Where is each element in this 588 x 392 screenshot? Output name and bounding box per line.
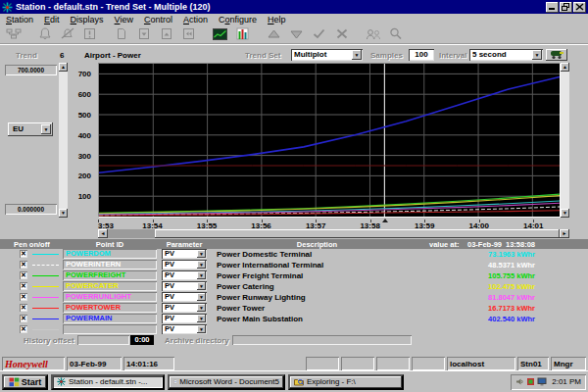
chevron-down-icon[interactable]: ▼	[197, 261, 206, 269]
legend-row: ✕POWERRUNLIGHTPV▼Power Runway Lighting81…	[0, 292, 588, 303]
point-id-field[interactable]: POWERINTERN	[63, 260, 157, 270]
chevron-down-icon[interactable]: ▼	[197, 304, 206, 312]
interval-select[interactable]: 5 second ▼	[469, 49, 543, 61]
raise-button[interactable]	[264, 25, 284, 42]
taskbar-task-station[interactable]: Station - default.stn -...	[51, 374, 165, 390]
menu-action[interactable]: Action	[183, 15, 208, 24]
window-title: Station - default.stn - Trend Set - Mult…	[16, 2, 545, 12]
pen-checkbox[interactable]: ✕	[20, 315, 27, 322]
page-recall-button[interactable]	[178, 25, 199, 42]
taskbar-task-explorer[interactable]: Exploring - F:\	[288, 374, 404, 390]
y-axis-label: 100	[78, 192, 91, 201]
display-tray-icon[interactable]	[537, 377, 547, 386]
scroll-down-icon[interactable]: ▼	[59, 209, 68, 218]
start-button[interactable]: Start	[2, 374, 48, 390]
cancel-button[interactable]	[331, 25, 352, 42]
horizontal-scrollbar[interactable]: ◄ ►	[98, 229, 569, 238]
pen-checkbox[interactable]: ✕	[20, 282, 27, 290]
parameter-select[interactable]: PV▼	[162, 314, 207, 323]
trend-plot[interactable]	[98, 63, 561, 218]
page-down-icon	[138, 27, 150, 40]
point-id-field[interactable]: POWERMAIN	[63, 314, 157, 323]
restore-button[interactable]	[560, 2, 572, 13]
scrollbar-thumb[interactable]	[155, 229, 560, 238]
menu-station[interactable]: Station	[6, 15, 33, 24]
page-down-button[interactable]	[133, 25, 154, 42]
archive-directory-field[interactable]	[232, 335, 412, 345]
trend-display-button[interactable]	[210, 25, 230, 42]
chevron-down-icon[interactable]: ▼	[197, 325, 206, 333]
pen-checkbox[interactable]: ✕	[20, 261, 27, 269]
menu-help[interactable]: Help	[268, 15, 286, 24]
chevron-down-icon[interactable]: ▼	[532, 50, 542, 60]
scroll-up-icon[interactable]: ▲	[59, 63, 68, 72]
chevron-down-icon[interactable]: ▼	[197, 282, 206, 290]
axis-max-field[interactable]: 700.0000	[5, 65, 57, 75]
menu-edit[interactable]: Edit	[44, 15, 60, 24]
trend-set-value: Multiplot	[294, 49, 326, 61]
samples-input[interactable]: 100	[409, 49, 434, 61]
trend-label: Trend	[16, 51, 37, 60]
close-button[interactable]	[573, 2, 586, 13]
chevron-down-icon[interactable]: ▼	[352, 50, 362, 60]
taskbar-task-word[interactable]: W Microsoft Word - Document5	[168, 374, 285, 390]
point-id-field[interactable]: POWERTOWER	[63, 303, 157, 313]
cursor-marker-icon[interactable]	[382, 219, 388, 222]
chevron-down-icon[interactable]: ▼	[41, 124, 51, 134]
operators-button[interactable]	[363, 25, 383, 42]
scroll-up-icon[interactable]: ▲	[561, 63, 569, 72]
parameter-select[interactable]: PV▼	[162, 303, 207, 313]
scroll-right-icon[interactable]: ►	[560, 229, 569, 238]
zoom-button[interactable]	[385, 25, 406, 42]
chevron-down-icon[interactable]: ▼	[197, 315, 206, 322]
parameter-select[interactable]: PV▼	[162, 270, 207, 280]
parameter-select[interactable]: PV▼	[162, 249, 207, 259]
speaker-icon[interactable]	[515, 377, 524, 386]
print-trend-button[interactable]	[546, 49, 567, 61]
chevron-down-icon[interactable]: ▼	[197, 293, 206, 301]
parameter-select[interactable]: PV▼	[162, 281, 207, 291]
point-id-field[interactable]: POWERDOM	[63, 249, 157, 259]
system-status-button[interactable]	[3, 25, 24, 42]
point-id-field[interactable]: POWERRUNLIGHT	[63, 292, 157, 302]
pen-checkbox[interactable]: ✕	[20, 325, 27, 333]
point-id-field[interactable]: POWERFREIGHT	[63, 270, 157, 280]
chevron-down-icon[interactable]: ▼	[197, 271, 206, 279]
point-id-field[interactable]: POWERCATER	[63, 281, 157, 291]
unit-select[interactable]: EU ▼	[8, 122, 53, 136]
history-offset-field[interactable]	[77, 335, 129, 345]
chevron-down-icon[interactable]: ▼	[197, 250, 206, 258]
menu-configure[interactable]: Configure	[219, 15, 257, 24]
parameter-select[interactable]: PV▼	[162, 292, 207, 302]
point-id-field[interactable]	[63, 324, 157, 334]
alarm-disable-button[interactable]	[57, 25, 77, 42]
parameter-select[interactable]: PV▼	[162, 324, 207, 334]
pen-checkbox[interactable]: ✕	[20, 250, 27, 258]
accept-button[interactable]	[309, 25, 329, 42]
menu-view[interactable]: View	[115, 15, 133, 24]
desktop: Station - default.stn - Trend Set - Mult…	[0, 0, 588, 392]
restore-icon	[562, 3, 570, 11]
lower-button[interactable]	[286, 25, 307, 42]
menu-displays[interactable]: Displays	[71, 15, 104, 24]
page-display-button[interactable]	[111, 25, 131, 42]
right-vertical-scrollbar[interactable]: ▲ ▼	[561, 63, 569, 218]
alarm-summary-button[interactable]	[34, 25, 55, 42]
axis-min-field[interactable]: 0.000000	[5, 204, 57, 215]
minimize-button[interactable]	[546, 2, 559, 13]
station-tray-icon[interactable]	[526, 377, 535, 386]
menu-control[interactable]: Control	[144, 15, 172, 24]
page-up-button[interactable]	[156, 25, 176, 42]
left-vertical-scrollbar[interactable]: ▲ ▼	[59, 63, 68, 218]
pen-checkbox[interactable]: ✕	[20, 304, 27, 312]
scroll-down-icon[interactable]: ▼	[561, 209, 569, 218]
group-display-button[interactable]	[232, 25, 253, 42]
trend-set-select[interactable]: Multiplot ▼	[291, 49, 363, 61]
message-summary-button[interactable]	[79, 25, 100, 42]
parameter-select[interactable]: PV▼	[162, 260, 207, 270]
pen-checkbox[interactable]: ✕	[20, 271, 27, 279]
close-icon	[575, 3, 584, 11]
status-time: 14:01:16	[123, 357, 174, 370]
pen-checkbox[interactable]: ✕	[20, 293, 27, 301]
scroll-left-icon[interactable]: ◄	[98, 229, 108, 238]
